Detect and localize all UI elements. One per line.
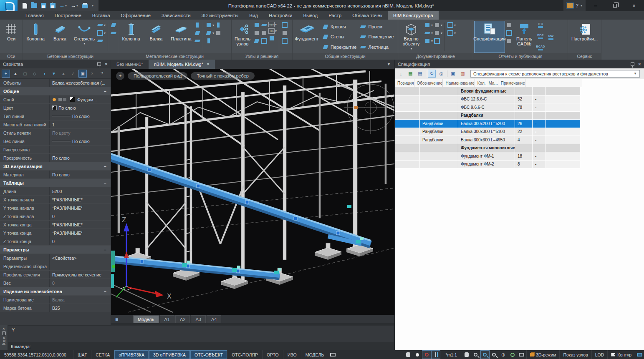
layout-tab[interactable]: A1 [160,315,174,323]
minimize-button[interactable]: – [586,0,605,11]
property-row[interactable]: Вес 0 [0,279,111,287]
dropdown-caret[interactable]: ▾ [275,29,277,33]
property-row[interactable]: Прозрачность По слою [0,154,111,162]
workspace-icon[interactable] [328,350,337,359]
property-value[interactable]: <Свойства> [49,254,111,262]
dropdown-caret[interactable]: ▾ [104,31,106,35]
screens-icon[interactable] [517,350,526,359]
table-row[interactable]: Рандбалки Балка 300x200 L=5200 26 - [395,120,582,128]
view-preset-pill[interactable]: Пользовательский вид [128,72,187,80]
property-row[interactable]: Масштаб типа линий 1 [0,121,111,129]
common-construction-button[interactable]: Кровля [321,23,358,30]
dropdown-caret[interactable]: ▾ [275,23,277,26]
concrete-column-button[interactable]: Колонна [24,21,47,53]
close-button[interactable]: × [625,0,643,11]
ribbon-tab[interactable]: Растр [323,11,347,20]
section-cut-icon[interactable] [194,38,201,44]
channel-icon[interactable] [97,30,104,36]
node-edit-icon[interactable] [261,22,268,28]
dropdown-caret[interactable]: ▾ [212,31,214,35]
rod-dropdown-caret[interactable]: ▾ [83,41,85,46]
property-row[interactable]: Тип линий По слою [0,112,111,121]
axes-button[interactable]: Оси [1,21,22,53]
command-close-icon[interactable]: × [3,326,5,331]
selection-cycle-icon[interactable]: ◑ [40,70,48,78]
column-header[interactable]: Ма... [486,79,498,87]
specification-select[interactable]: Спецификация к схеме расположения ростве… [470,70,640,78]
concrete-rod-button[interactable]: Стержень ▾ [73,21,96,53]
cadlib-panel-button[interactable]: Панель CADlib [513,21,535,53]
property-value[interactable]: По слою [49,137,111,145]
user-select-icon[interactable] [404,350,413,359]
property-row[interactable]: Z точка начала 0 [0,212,111,221]
zoom-window-icon[interactable] [490,350,499,359]
command-pin-icon[interactable] [2,331,6,335]
slab-icon[interactable] [110,22,117,28]
ribbon-tab[interactable]: Облака точек [347,11,388,20]
rect-select-icon[interactable]: ▢ [21,70,29,78]
mark-010-icon[interactable]: 010 [268,22,275,27]
weld-node-icon[interactable] [215,30,222,36]
table-row[interactable]: Фундаменты монолитные [395,144,582,153]
iso-view-icon[interactable] [424,38,431,44]
save-as-button[interactable] [50,3,56,8]
plan-view-icon[interactable] [424,30,431,36]
anchor-bolt-icon[interactable] [194,22,201,28]
export-ifc-button[interactable]: IFC [538,22,543,28]
export-pdf-button[interactable]: PDF [537,33,543,39]
property-row[interactable]: Общие [0,87,111,95]
detail-icon[interactable] [268,35,275,42]
command-prompt[interactable]: Команда: [8,342,394,350]
table-row[interactable]: Фундамент ФМ-2 8 - [395,161,582,169]
command-history[interactable]: Y [8,326,394,342]
free-orbit-icon[interactable] [508,350,517,359]
columns-icon[interactable]: ▥ [459,70,467,78]
model-canvas[interactable]: Z X + Пользовательский вид Точный с пока… [111,69,394,315]
specifications-button[interactable]: Спецификации [474,21,505,53]
tab-list-caret[interactable]: ▼ [383,60,394,69]
property-value[interactable]: 0 [49,237,111,245]
export-nw-button[interactable]: NW [546,21,556,53]
report-preview-icon[interactable] [506,22,513,28]
column-header[interactable]: Позиция [395,79,414,87]
report-export-icon[interactable] [506,38,513,44]
common-construction-button[interactable]: Проем [359,23,395,30]
refresh-icon[interactable]: ↻ [428,70,436,78]
property-row[interactable]: Стиль печати По цвету [0,129,111,137]
common-construction-button[interactable]: Перекрытие [321,44,358,50]
node-pointer-icon[interactable] [261,30,268,36]
node-flag-icon[interactable] [253,22,260,28]
mark-110-icon[interactable]: 110 [268,28,275,34]
named-view-icon[interactable] [447,30,454,36]
status-toggle-button[interactable]: ШАГ [73,350,91,359]
property-value[interactable]: По слою [49,112,111,120]
property-value[interactable]: Балка железобетонная (... [49,79,111,87]
status-toggle-button[interactable]: ОРТО [262,350,283,359]
help-circle-icon[interactable]: ? [98,70,106,78]
restore-button[interactable] [606,0,624,11]
property-value[interactable]: По слою [49,154,111,162]
property-row[interactable]: Y точка конца *РАЗЛИЧНЫЕ* [0,229,111,237]
dropdown-caret[interactable]: ▾ [454,31,456,35]
visual-style-pill[interactable]: Точный с показом ребер [191,72,255,80]
column-header[interactable]: Примечание [498,79,525,87]
property-value[interactable]: По слою [49,104,111,112]
tab-close-icon[interactable]: × [207,61,210,67]
annotation-monitor-icon[interactable] [422,350,431,359]
property-value[interactable]: 0 [49,212,111,220]
pin-icon[interactable] [631,62,634,66]
select-cursor-icon[interactable]: ▲ [11,70,20,78]
lod-button[interactable]: LOD [591,350,608,359]
property-row[interactable]: Объекты Балка железобетонная (... [0,79,111,87]
common-construction-button[interactable]: Лестница [359,44,395,50]
help-dropdown-caret[interactable]: ▾ [581,4,582,8]
export-bcad-button[interactable]: BCAD [536,45,545,50]
table-row[interactable]: Фундамент ФМ-1 18 - [395,152,582,161]
sort-icon[interactable]: ↓ [397,70,405,78]
settings-button[interactable]: Настройки... [571,21,599,53]
section-view-icon[interactable] [424,22,431,28]
foundation-button[interactable]: Фундамент [293,21,320,53]
property-row[interactable]: Материал По слою [0,171,111,179]
quick-select-icon[interactable]: ▲ [59,70,68,78]
property-row[interactable]: X точка конца *РАЗЛИЧНЫЕ* [0,221,111,229]
